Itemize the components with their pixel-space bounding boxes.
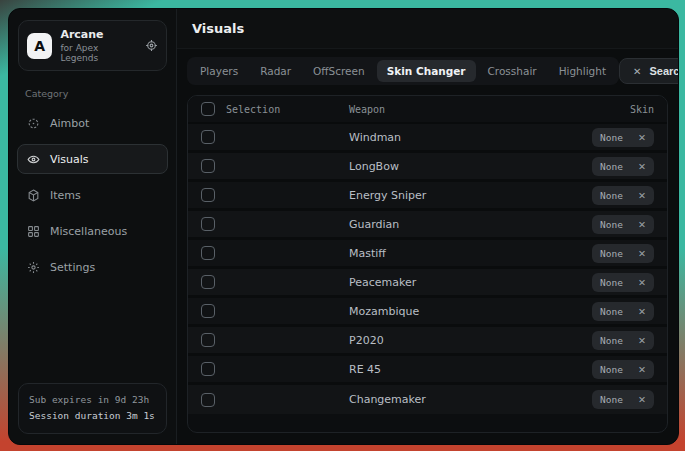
app-title: Arcane xyxy=(60,28,137,41)
weapon-name: RE 45 xyxy=(349,363,592,376)
app-window: A Arcane for Apex Legends Category Aimbo… xyxy=(8,8,679,445)
tab-skin-changer[interactable]: Skin Changer xyxy=(377,60,476,82)
skin-select-button[interactable]: None✕ xyxy=(592,360,654,379)
toolbar: PlayersRadarOffScreenSkin ChangerCrossha… xyxy=(177,49,678,93)
weapon-header-label: Weapon xyxy=(349,104,630,115)
table-row: PeacemakerNone✕ xyxy=(188,269,667,298)
sidebar: A Arcane for Apex Legends Category Aimbo… xyxy=(9,9,177,444)
weapon-name: Changemaker xyxy=(349,393,592,406)
weapons-table: Selection Weapon Skin WindmanNone✕LongBo… xyxy=(187,95,668,433)
skin-select-button[interactable]: None✕ xyxy=(592,128,654,147)
skin-select-button[interactable]: None✕ xyxy=(592,157,654,176)
sidebar-item-label: Items xyxy=(50,189,81,202)
grid-icon xyxy=(27,225,40,238)
skin-select-button[interactable]: None✕ xyxy=(592,390,654,409)
skin-value: None xyxy=(600,364,623,375)
skin-select-button[interactable]: None✕ xyxy=(592,331,654,350)
tab-highlight[interactable]: Highlight xyxy=(549,60,616,82)
skin-value: None xyxy=(600,306,623,317)
weapon-name: Energy Sniper xyxy=(349,189,592,202)
selection-header-cell: Selection xyxy=(201,102,349,116)
sidebar-item-settings[interactable]: Settings xyxy=(17,252,168,282)
clear-skin-x-icon[interactable]: ✕ xyxy=(638,306,646,317)
table-row: LongBowNone✕ xyxy=(188,153,667,182)
page-title: Visuals xyxy=(192,21,244,36)
skin-select-button[interactable]: None✕ xyxy=(592,273,654,292)
clear-skin-x-icon[interactable]: ✕ xyxy=(638,248,646,259)
app-logo: A xyxy=(27,33,52,59)
clear-skin-x-icon[interactable]: ✕ xyxy=(638,161,646,172)
package-icon xyxy=(27,189,40,202)
skin-value: None xyxy=(600,132,623,143)
table-row: WindmanNone✕ xyxy=(188,124,667,153)
clear-skin-x-icon[interactable]: ✕ xyxy=(638,132,646,143)
skin-value: None xyxy=(600,248,623,259)
row-selection-cell xyxy=(201,304,349,318)
weapon-name: Peacemaker xyxy=(349,276,592,289)
category-label: Category xyxy=(25,88,176,99)
weapon-name: Guardian xyxy=(349,218,592,231)
table-row: GuardianNone✕ xyxy=(188,211,667,240)
row-checkbox[interactable] xyxy=(201,130,215,144)
search-button[interactable]: ✕ Search xyxy=(619,58,679,84)
eye-icon xyxy=(27,153,40,166)
skin-value: None xyxy=(600,219,623,230)
skin-header-label: Skin xyxy=(630,104,654,115)
sidebar-nav: AimbotVisualsItemsMiscellaneousSettings xyxy=(9,105,176,285)
row-selection-cell xyxy=(201,362,349,376)
sidebar-item-miscellaneous[interactable]: Miscellaneous xyxy=(17,216,168,246)
main-panel: Visuals PlayersRadarOffScreenSkin Change… xyxy=(177,9,678,444)
row-selection-cell xyxy=(201,275,349,289)
table-row: MozambiqueNone✕ xyxy=(188,298,667,327)
skin-select-button[interactable]: None✕ xyxy=(592,244,654,263)
tab-offscreen[interactable]: OffScreen xyxy=(303,60,375,82)
row-selection-cell xyxy=(201,217,349,231)
skin-select-button[interactable]: None✕ xyxy=(592,302,654,321)
row-checkbox[interactable] xyxy=(201,217,215,231)
table-body: WindmanNone✕LongBowNone✕Energy SniperNon… xyxy=(188,124,667,414)
clear-skin-x-icon[interactable]: ✕ xyxy=(638,364,646,375)
skin-select-button[interactable]: None✕ xyxy=(592,215,654,234)
row-checkbox[interactable] xyxy=(201,304,215,318)
skin-value: None xyxy=(600,277,623,288)
app-subtitle: for Apex Legends xyxy=(60,43,137,63)
row-checkbox[interactable] xyxy=(201,362,215,376)
skin-value: None xyxy=(600,161,623,172)
row-checkbox[interactable] xyxy=(201,246,215,260)
account-text: Arcane for Apex Legends xyxy=(60,28,137,63)
skin-value: None xyxy=(600,190,623,201)
row-checkbox[interactable] xyxy=(201,275,215,289)
clear-skin-x-icon[interactable]: ✕ xyxy=(638,190,646,201)
clear-skin-x-icon[interactable]: ✕ xyxy=(638,219,646,230)
select-all-checkbox[interactable] xyxy=(201,102,215,116)
row-checkbox[interactable] xyxy=(201,393,215,407)
weapon-name: P2020 xyxy=(349,334,592,347)
table-row: ChangemakerNone✕ xyxy=(188,385,667,414)
row-checkbox[interactable] xyxy=(201,159,215,173)
tab-players[interactable]: Players xyxy=(190,60,248,82)
weapon-name: Mozambique xyxy=(349,305,592,318)
row-checkbox[interactable] xyxy=(201,188,215,202)
row-selection-cell xyxy=(201,333,349,347)
tab-crosshair[interactable]: Crosshair xyxy=(478,60,547,82)
sidebar-item-label: Aimbot xyxy=(50,117,89,130)
row-checkbox[interactable] xyxy=(201,333,215,347)
weapon-name: Mastiff xyxy=(349,247,592,260)
clear-skin-x-icon[interactable]: ✕ xyxy=(638,394,646,405)
clear-skin-x-icon[interactable]: ✕ xyxy=(638,335,646,346)
clear-skin-x-icon[interactable]: ✕ xyxy=(638,277,646,288)
skin-select-button[interactable]: None✕ xyxy=(592,186,654,205)
weapon-name: LongBow xyxy=(349,160,592,173)
table-row: P2020None✕ xyxy=(188,327,667,356)
sidebar-item-aimbot[interactable]: Aimbot xyxy=(17,108,168,138)
row-selection-cell xyxy=(201,246,349,260)
row-selection-cell xyxy=(201,188,349,202)
subscription-card: Sub expires in 9d 23h Session duration 3… xyxy=(18,383,167,434)
target-icon[interactable] xyxy=(145,39,158,52)
sidebar-item-items[interactable]: Items xyxy=(17,180,168,210)
skin-value: None xyxy=(600,394,623,405)
sidebar-item-visuals[interactable]: Visuals xyxy=(17,144,168,174)
table-row: MastiffNone✕ xyxy=(188,240,667,269)
tab-radar[interactable]: Radar xyxy=(250,60,301,82)
main-header: Visuals xyxy=(177,9,678,49)
